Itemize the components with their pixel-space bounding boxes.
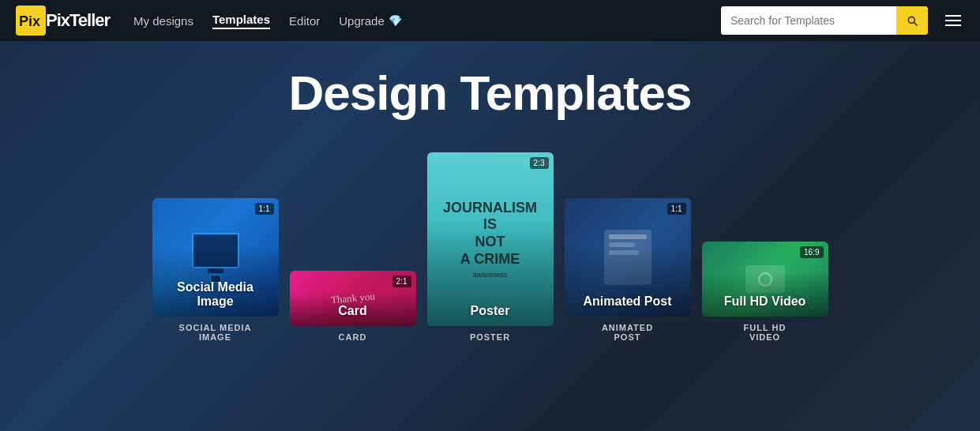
card-item-full-hd-video: 16:9 Full HD Video FULL HD VIDEO (702, 242, 828, 342)
card-thumb-poster[interactable]: JOURNALISMISNOTA CRIME awareness 2:3 Pos… (427, 152, 554, 326)
search-icon (906, 14, 918, 27)
card-caption-social: SOCIAL MEDIA IMAGE (179, 323, 252, 342)
nav-templates[interactable]: Templates (212, 13, 270, 29)
navbar-right (721, 6, 964, 35)
ratio-badge-social: 1:1 (255, 203, 274, 215)
card-label-social: Social Media Image (152, 272, 279, 317)
ratio-badge-video: 16:9 (800, 246, 823, 258)
card-thumb-full-hd-video[interactable]: 16:9 Full HD Video (702, 242, 828, 317)
logo-pix: Pix (46, 10, 69, 30)
diamond-icon: 💎 (389, 14, 402, 27)
template-cards-row: 1:1 Social Media Image SOCIAL MEDIA IMAG… (0, 152, 980, 342)
card-caption-video: FULL HD VIDEO (744, 323, 787, 342)
card-thumb-animated-post[interactable]: 1:1 Animated Post (565, 198, 691, 317)
nav-upgrade[interactable]: Upgrade 💎 (339, 14, 402, 28)
card-label-poster: Poster (427, 296, 554, 326)
ratio-badge-poster: 2:3 (530, 157, 549, 169)
card-item-card: Thank you 2:1 Card CARD (290, 271, 416, 342)
card-item-poster: JOURNALISMISNOTA CRIME awareness 2:3 Pos… (427, 152, 554, 342)
hero-section: Design Templates 1:1 Social Media Image … (0, 41, 980, 431)
card-item-social-media-image: 1:1 Social Media Image SOCIAL MEDIA IMAG… (152, 198, 279, 342)
ratio-badge-animated: 1:1 (667, 203, 686, 215)
logo-teller: Teller (69, 10, 110, 30)
search-button[interactable] (896, 6, 928, 35)
logo[interactable]: Pix PixTeller (16, 6, 110, 36)
navbar: Pix PixTeller My designs Templates Edito… (0, 0, 980, 41)
card-item-animated-post: 1:1 Animated Post ANIMATED POST (565, 198, 691, 342)
nav-my-designs[interactable]: My designs (133, 14, 193, 28)
nav-editor[interactable]: Editor (289, 14, 320, 28)
card-caption-card: CARD (339, 332, 367, 342)
logo-icon: Pix (16, 6, 46, 36)
nav-links: My designs Templates Editor Upgrade 💎 (133, 13, 721, 29)
card-caption-poster: POSTER (470, 332, 510, 342)
hamburger-menu-icon[interactable] (942, 12, 964, 29)
card-label-animated: Animated Post (565, 287, 691, 317)
svg-text:Pix: Pix (19, 13, 40, 29)
card-label-card: Card (290, 296, 416, 326)
search-bar (721, 6, 928, 35)
card-thumb-social-media-image[interactable]: 1:1 Social Media Image (152, 198, 279, 317)
card-thumb-card[interactable]: Thank you 2:1 Card (290, 271, 416, 326)
logo-text: PixTeller (46, 10, 110, 31)
ratio-badge-card: 2:1 (392, 275, 411, 287)
search-input[interactable] (721, 6, 896, 35)
hero-title: Design Templates (288, 65, 691, 121)
card-caption-animated: ANIMATED POST (602, 323, 653, 342)
card-label-video: Full HD Video (702, 287, 828, 317)
